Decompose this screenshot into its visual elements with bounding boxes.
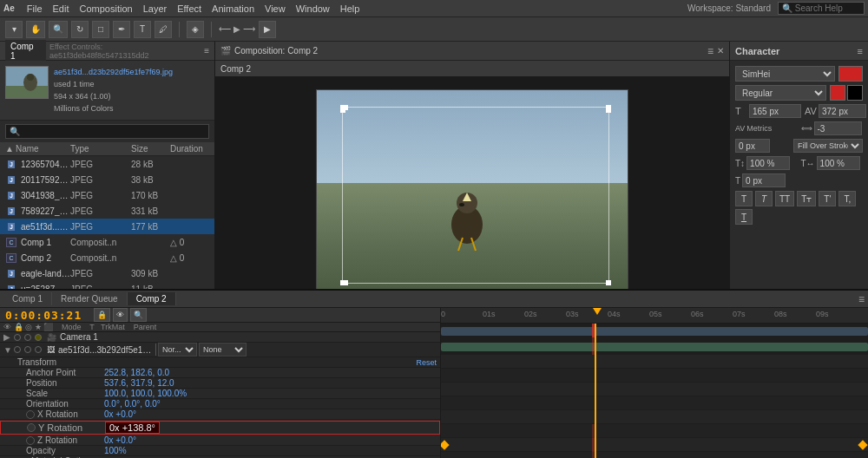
transform-reset[interactable]: Reset [416, 358, 437, 367]
orientation-row[interactable]: Orientation 0.0°, 0.0°, 0.0° [0, 399, 440, 409]
image-expand-arrow[interactable]: ▼ [3, 345, 12, 355]
panel-menu-icon[interactable]: ≡ [204, 46, 209, 56]
tool-puppet[interactable]: ◈ [187, 21, 204, 38]
style-select[interactable]: Regular [735, 85, 826, 101]
tool-select[interactable]: ▾ [5, 21, 23, 38]
style-italic-btn[interactable]: T [755, 191, 773, 206]
tab-project[interactable]: Comp 1 [5, 40, 46, 62]
list-item[interactable]: J 1236570428_afile.jpg JPEG 28 kB [0, 156, 214, 172]
image-lock-dot[interactable] [24, 346, 31, 353]
comp-panel-menu[interactable]: ≡ [707, 45, 713, 57]
tool-play[interactable]: ▶ [259, 21, 276, 38]
tool-text[interactable]: T [134, 21, 151, 38]
tool-rotate[interactable]: ↻ [71, 21, 89, 38]
yrot-keyframe-end[interactable] [858, 440, 867, 449]
tab-render-queue[interactable]: Render Queue [52, 292, 128, 305]
y-rotation-value[interactable]: 0x +138.8° [105, 422, 160, 434]
timeline-panel-menu[interactable]: ≡ [858, 293, 865, 305]
opacity-value[interactable]: 100% [104, 446, 127, 455]
font-select[interactable]: SimHei [735, 66, 835, 82]
yrot-keyframe-start[interactable] [441, 440, 450, 449]
xrot-keyframe-btn[interactable] [26, 410, 35, 419]
stroke-size-input[interactable] [735, 139, 770, 153]
list-item[interactable]: J eagle-landing.jpg JPEG 309 kB [0, 265, 214, 281]
tl-ctrl-1[interactable]: 🔒 [94, 308, 110, 322]
list-item[interactable]: J 7589227_453278195_2.jpg JPEG 331 kB [0, 203, 214, 219]
handle-br[interactable] [606, 280, 611, 285]
tool-hand[interactable]: ✋ [26, 21, 45, 38]
style-super-btn[interactable]: T' [819, 191, 836, 206]
layer-parent-select[interactable]: None [199, 343, 247, 357]
z-rotation-value[interactable]: 0x +0.0° [104, 435, 136, 445]
track-area[interactable] [441, 324, 868, 458]
image-eye-dot[interactable] [14, 346, 21, 353]
orientation-value[interactable]: 0.0°, 0.0°, 0.0° [104, 399, 161, 409]
menu-edit[interactable]: Edit [48, 2, 75, 16]
tool-pen[interactable]: ✒ [113, 21, 130, 38]
tab-comp2[interactable]: Comp 2 [128, 292, 176, 305]
yrot-keyframe-btn[interactable] [27, 423, 36, 432]
style-sub-btn[interactable]: T, [838, 191, 856, 206]
tool-brush[interactable]: 🖊 [155, 21, 172, 38]
vert-scale-input[interactable] [746, 156, 790, 170]
close-comp-panel[interactable]: ✕ [717, 46, 724, 56]
list-item-comp1[interactable]: C Comp 1 Composit..n △ 0 [0, 234, 214, 250]
camera-expand-arrow[interactable]: ▶ [3, 332, 12, 342]
scale-row-tl[interactable]: Scale 100.0, 100.0, 100.0% [0, 389, 440, 399]
list-item-comp2[interactable]: C Comp 2 Composit..n △ 0 [0, 250, 214, 265]
zrot-keyframe-btn[interactable] [26, 436, 35, 445]
z-rotation-row[interactable]: Z Rotation 0x +0.0° [0, 435, 440, 446]
x-rotation-value[interactable]: 0x +0.0° [104, 409, 136, 419]
style-bold-btn[interactable]: T [735, 191, 753, 206]
tool-rect[interactable]: □ [92, 21, 109, 38]
handle-bc[interactable] [343, 280, 348, 285]
tab-comp1[interactable]: Comp 1 [3, 292, 52, 305]
menu-view[interactable]: View [260, 2, 291, 16]
menu-animation[interactable]: Animation [207, 2, 260, 16]
image-layer-row[interactable]: ▼ 🖼 ae51f3d...3b292df5e1fe7f69.jpg Nor..… [0, 343, 440, 357]
camera-lock-dot[interactable] [24, 334, 31, 341]
tl-ctrl-3[interactable]: 🔍 [130, 308, 147, 322]
menu-file[interactable]: File [22, 2, 48, 16]
list-item[interactable]: J 20117592925945.jpg JPEG 38 kB [0, 172, 214, 187]
camera-layer-row[interactable]: ▶ 🎥 Camera 1 [0, 332, 440, 343]
stroke-type-select[interactable]: Fill Over Stroke [793, 139, 863, 153]
fill-swatch[interactable] [830, 85, 845, 101]
menu-composition[interactable]: Composition [75, 2, 138, 16]
camera-solo-dot[interactable] [35, 334, 42, 341]
project-search-input[interactable] [5, 124, 209, 139]
style-underline-btn[interactable]: T [735, 209, 753, 225]
font-size-input[interactable] [749, 104, 801, 118]
style-caps-btn[interactable]: TT [775, 191, 794, 206]
kerning-input[interactable] [819, 104, 866, 118]
tracking-input[interactable] [814, 121, 862, 135]
tool-zoom[interactable]: 🔍 [49, 21, 68, 38]
position-value[interactable]: 537.6, 317.9, 12.0 [104, 378, 174, 388]
tl-ctrl-2[interactable]: 👁 [113, 308, 128, 322]
scale-value[interactable]: 100.0, 100.0, 100.0% [104, 389, 187, 398]
x-rotation-row[interactable]: X Rotation 0x +0.0° [0, 409, 440, 420]
menu-help[interactable]: Help [335, 2, 365, 16]
image-solo-dot[interactable] [35, 346, 42, 353]
style-small-caps-btn[interactable]: Tᴛ [797, 191, 816, 206]
baseline-input[interactable] [742, 173, 786, 187]
menu-layer[interactable]: Layer [138, 2, 173, 16]
stroke-swatch[interactable] [847, 85, 863, 101]
list-item[interactable]: J 3041938_3454765151_2.jpg JPEG 170 kB [0, 187, 214, 203]
menu-effect[interactable]: Effect [172, 2, 207, 16]
list-item[interactable]: J ae51f3d...f5e1fe7f69.jpg JPEG 177 kB [0, 219, 214, 234]
menu-window[interactable]: Window [291, 2, 335, 16]
position-row[interactable]: Position 537.6, 317.9, 12.0 [0, 378, 440, 389]
search-help-input[interactable] [778, 2, 865, 15]
horiz-scale-input[interactable] [817, 156, 860, 170]
handle-rc[interactable] [606, 108, 611, 113]
fill-color-box[interactable] [838, 66, 863, 82]
camera-eye-dot[interactable] [14, 334, 21, 341]
composition-view[interactable] [215, 76, 729, 310]
layer-mode-select[interactable]: Nor... [158, 343, 197, 357]
anchor-point-value[interactable]: 252.8, 182.6, 0.0 [104, 368, 169, 377]
handle-lc[interactable] [340, 108, 345, 113]
anchor-point-row[interactable]: Anchor Point 252.8, 182.6, 0.0 [0, 368, 440, 378]
y-rotation-row[interactable]: Y Rotation 0x +138.8° [0, 421, 440, 435]
char-panel-menu[interactable]: ≡ [858, 46, 863, 56]
